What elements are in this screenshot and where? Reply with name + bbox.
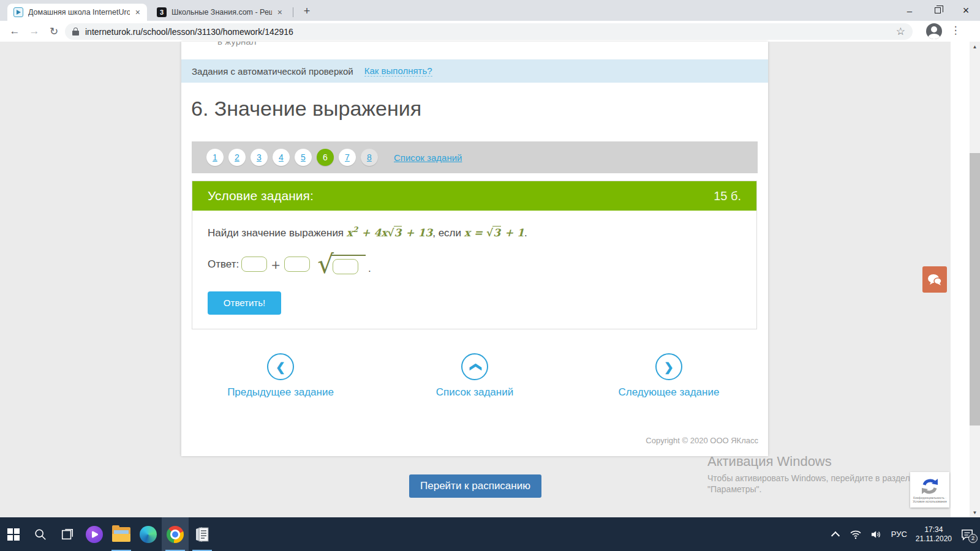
start-button[interactable] — [0, 517, 27, 551]
windows-taskbar: РУС 17:34 21.11.2020 2 — [0, 517, 980, 551]
tab-close-icon[interactable]: × — [276, 7, 284, 17]
page-number-6-active[interactable]: 6 — [317, 149, 334, 166]
back-button[interactable]: ← — [7, 24, 22, 39]
language-indicator[interactable]: РУС — [891, 530, 907, 539]
problem-condition: x = √3 + 1 — [464, 227, 524, 239]
tab-label: Школьные Знания.com - Решае — [172, 8, 272, 17]
action-center-button[interactable]: 2 — [960, 528, 974, 541]
answer-input-2[interactable] — [284, 257, 310, 272]
how-to-link[interactable]: Как выполнять? — [364, 66, 432, 77]
edge-button[interactable] — [135, 517, 162, 551]
wifi-icon — [850, 530, 862, 539]
task-view-button[interactable] — [54, 517, 81, 551]
clipped-journal-text: в журнал — [217, 42, 256, 47]
reload-button[interactable]: ↻ — [47, 24, 61, 39]
chrome-button[interactable] — [162, 517, 189, 551]
task-list-link[interactable]: Список заданий — [394, 152, 462, 163]
close-window-button[interactable]: × — [952, 0, 980, 21]
url-text[interactable]: interneturok.ru/school/lesson/31130/home… — [85, 27, 896, 37]
browser-tab-bar: Домашняя школа InternetUrok.r × 3 Школьн… — [0, 0, 980, 21]
problem-statement: Найди значение выражения x2 + 4x√3 + 13,… — [208, 225, 741, 239]
bookmark-star-icon[interactable]: ☆ — [896, 25, 905, 38]
page-number-7[interactable]: 7 — [339, 149, 356, 166]
answer-label: Ответ: — [208, 258, 239, 271]
lesson-card: в журнал Задания с автоматической провер… — [181, 42, 768, 456]
address-bar[interactable]: interneturok.ru/school/lesson/31130/home… — [65, 23, 913, 40]
chat-widget-button[interactable] — [922, 266, 947, 293]
chrome-menu-icon[interactable]: ⋮ — [948, 24, 963, 37]
tab-znania[interactable]: 3 Школьные Знания.com - Решае × — [151, 4, 289, 21]
scrollbar[interactable]: ▲ ▼ — [970, 42, 980, 517]
go-to-schedule-button[interactable]: Перейти к расписанию — [409, 474, 541, 498]
task-pagination: 1 2 3 4 5 6 7 8 Список заданий — [192, 141, 758, 173]
page-number-1[interactable]: 1 — [206, 149, 224, 166]
sqrt-icon: √ — [387, 227, 394, 239]
volume-indicator[interactable] — [870, 530, 883, 539]
task-condition-box: Условие задания: 15 б. Найди значение вы… — [192, 181, 757, 329]
scrollbar-thumb[interactable] — [970, 153, 980, 425]
answer-row: Ответ: + √ . — [208, 254, 741, 275]
task-view-icon — [61, 528, 74, 541]
page-area: в журнал Задания с автоматической провер… — [0, 42, 980, 517]
edge-icon — [140, 526, 157, 543]
windows-activation-watermark: Активация Windows Чтобы активировать Win… — [707, 454, 910, 494]
banner-label: Задания с автоматической проверкой — [192, 66, 353, 77]
problem-period: . — [524, 227, 527, 239]
page-number-2[interactable]: 2 — [228, 149, 246, 166]
clock-time: 17:34 — [916, 525, 952, 534]
points-badge: 15 б. — [714, 189, 741, 203]
scroll-down-icon[interactable]: ▼ — [970, 508, 980, 517]
alisa-icon — [86, 526, 103, 543]
next-task-button[interactable]: ❯ Следующее задание — [608, 353, 730, 399]
file-explorer-button[interactable] — [108, 517, 135, 551]
answer-input-1[interactable] — [241, 257, 267, 272]
task-body: Найди значение выражения x2 + 4x√3 + 13,… — [192, 211, 756, 315]
system-tray: РУС 17:34 21.11.2020 2 — [831, 517, 980, 551]
problem-expression: x2 + 4x√3 + 13 — [347, 227, 432, 239]
chevron-left-icon: ❮ — [267, 353, 294, 380]
windows-logo-icon — [7, 528, 20, 541]
alisa-app-button[interactable] — [81, 517, 108, 551]
profile-avatar[interactable] — [926, 23, 942, 39]
interneturok-play-icon — [13, 7, 23, 17]
answer-radical: √ — [317, 254, 366, 275]
page-number-5[interactable]: 5 — [295, 149, 312, 166]
restore-button[interactable] — [924, 0, 952, 21]
tab-separator — [293, 7, 293, 17]
task-list-button[interactable]: ❯ Список заданий — [413, 353, 536, 399]
lock-icon — [72, 28, 79, 36]
taskbar-clock[interactable]: 17:34 21.11.2020 — [916, 525, 952, 544]
chevron-up-icon: ❯ — [461, 353, 488, 380]
page-number-4[interactable]: 4 — [273, 149, 290, 166]
window-controls: – × — [895, 0, 980, 21]
tab-close-icon[interactable]: × — [134, 7, 142, 17]
circular-arrows-icon — [919, 476, 940, 496]
document-app-button[interactable] — [189, 517, 216, 551]
forward-button[interactable]: → — [27, 24, 42, 39]
new-tab-button[interactable]: + — [299, 3, 315, 19]
wifi-indicator[interactable] — [850, 530, 862, 539]
scroll-up-icon[interactable]: ▲ — [970, 42, 980, 51]
answer-input-3[interactable] — [333, 259, 358, 274]
answer-plus: + — [271, 258, 281, 271]
privacy-badge[interactable]: Конфиденциальность · Условия использован… — [910, 472, 949, 508]
minimize-button[interactable]: – — [895, 0, 924, 21]
speaker-icon — [870, 530, 883, 539]
page-number-8[interactable]: 8 — [361, 149, 378, 166]
auto-check-banner: Задания с автоматической проверкой Как в… — [181, 59, 768, 83]
taskbar-search-button[interactable] — [27, 517, 54, 551]
chevron-right-icon: ❯ — [655, 353, 682, 380]
task-title: 6. Значение выражения — [191, 97, 421, 121]
tray-expand-icon[interactable] — [831, 530, 840, 539]
screen: Домашняя школа InternetUrok.r × 3 Школьн… — [0, 0, 980, 551]
document-icon — [195, 527, 209, 542]
notification-count-badge: 2 — [968, 534, 978, 543]
folder-icon — [112, 527, 130, 542]
submit-answer-button[interactable]: Ответить! — [208, 291, 281, 315]
problem-if: , если — [432, 227, 461, 239]
previous-task-button[interactable]: ❮ Предыдущее задание — [219, 353, 342, 399]
tab-interneturok[interactable]: Домашняя школа InternetUrok.r × — [7, 4, 147, 21]
tab-label: Домашняя школа InternetUrok.r — [28, 8, 130, 17]
znania-favicon-icon: 3 — [157, 7, 167, 17]
page-number-3[interactable]: 3 — [251, 149, 268, 166]
